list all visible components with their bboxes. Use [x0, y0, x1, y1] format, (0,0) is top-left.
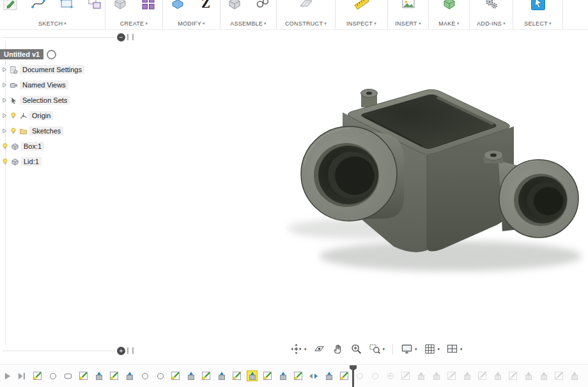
press-pull-icon[interactable]: [170, 0, 185, 11]
timeline-feature-rect[interactable]: [63, 370, 74, 381]
look-at-icon: [313, 343, 325, 355]
timeline-end-icon[interactable]: [17, 371, 27, 381]
expand-caret-icon[interactable]: [1, 82, 8, 88]
menu-construct[interactable]: CONSTRUCT▾: [277, 20, 335, 27]
zoom-icon: [350, 343, 362, 355]
construction-plane-icon[interactable]: [298, 0, 314, 11]
timeline-feature-mirror[interactable]: [308, 370, 319, 381]
chevron-down-icon: ▾: [203, 21, 205, 26]
timeline-feature-circle: [369, 370, 380, 381]
print-3d-icon[interactable]: [442, 0, 457, 11]
named-views-icon: [10, 81, 18, 89]
timeline-feature-extrude[interactable]: [216, 370, 227, 381]
chevron-down-icon: ▾: [383, 347, 385, 352]
zebra-z-icon[interactable]: Z: [198, 0, 213, 11]
timeline-feature-sketch: [446, 370, 457, 381]
divider: [3, 37, 115, 38]
pan-button[interactable]: [330, 342, 345, 356]
browser-item-origin[interactable]: Origin: [1, 108, 84, 123]
pan-icon: [332, 343, 344, 355]
browser-item-sketches[interactable]: Sketches: [1, 123, 84, 139]
create-sketch-icon[interactable]: [3, 0, 18, 11]
timeline-feature-extrude[interactable]: [323, 370, 334, 381]
expand-caret-icon[interactable]: [1, 112, 8, 119]
create-form-icon[interactable]: [112, 0, 128, 11]
timeline-feature-sketch[interactable]: [293, 370, 304, 381]
look-at-button[interactable]: [312, 342, 327, 356]
browser-item-selection-sets[interactable]: Selection Sets: [1, 93, 84, 108]
display-settings-button[interactable]: ▾: [399, 342, 419, 356]
insert-image-icon[interactable]: [401, 0, 416, 11]
drag-grip-icon[interactable]: [127, 347, 134, 354]
timeline-feature-sketch[interactable]: [109, 370, 120, 381]
browser-item-named-views[interactable]: Named Views: [1, 77, 84, 93]
visibility-bulb-icon[interactable]: [10, 112, 17, 119]
drag-grip-icon[interactable]: [127, 34, 134, 40]
collapse-circle-button[interactable]: −: [117, 33, 125, 42]
menu-inspect[interactable]: INSPECT▾: [336, 20, 387, 27]
timeline-feature-sketch[interactable]: [78, 370, 89, 381]
timeline-feature-extrude[interactable]: [124, 370, 135, 381]
zoom-window-button[interactable]: ▾: [368, 342, 387, 356]
timeline-playhead[interactable]: [349, 365, 357, 387]
viewport-canvas[interactable]: − Untitled v1 Document SettingsNamed Vie…: [0, 29, 588, 364]
divider: [3, 351, 115, 351]
timeline-feature-sketch[interactable]: [201, 370, 212, 381]
root-component-label[interactable]: Untitled v1: [0, 49, 43, 59]
body-icon: [11, 158, 19, 166]
model-3d[interactable]: [0, 29, 588, 364]
timeline-feature-extrude[interactable]: [93, 370, 104, 381]
timeline-play-icon[interactable]: [3, 371, 13, 381]
timeline-feature-sketch[interactable]: [32, 370, 43, 381]
timeline-feature-circle[interactable]: [139, 370, 150, 381]
expand-circle-button[interactable]: +: [117, 347, 125, 355]
activate-component-radio-icon[interactable]: [47, 50, 56, 59]
timeline-feature-extrude[interactable]: [247, 370, 258, 381]
timeline-feature-sketch[interactable]: [262, 370, 273, 381]
create-pattern-icon[interactable]: [141, 0, 156, 11]
extrude-feature-icon: [217, 372, 226, 380]
expand-caret-icon[interactable]: [1, 66, 8, 73]
visibility-bulb-icon[interactable]: [1, 142, 9, 150]
select-cursor-icon[interactable]: [530, 0, 546, 11]
sketch-project-icon[interactable]: [87, 0, 102, 11]
timeline-feature-extrude[interactable]: [277, 370, 288, 381]
menu-assemble[interactable]: ASSEMBLE▾: [220, 20, 276, 27]
timeline-feature-circle[interactable]: [47, 370, 58, 381]
timeline-feature-extrude[interactable]: [185, 370, 196, 381]
visibility-bulb-icon[interactable]: [1, 158, 9, 165]
zoom-button[interactable]: [349, 342, 364, 356]
divider: [392, 344, 393, 354]
timeline-feature-sketch[interactable]: [231, 370, 242, 381]
menu-add-ins[interactable]: ADD-INS▾: [470, 20, 513, 27]
scripts-addins-icon[interactable]: [484, 0, 499, 11]
orbit-button[interactable]: ▾: [289, 342, 308, 356]
menu-create[interactable]: CREATE▾: [105, 20, 162, 27]
visibility-bulb-icon[interactable]: [10, 127, 17, 135]
expand-caret-icon[interactable]: [1, 128, 8, 134]
menu-select[interactable]: SELECT▾: [513, 20, 562, 27]
expand-caret-icon[interactable]: [1, 97, 8, 103]
measure-icon[interactable]: [354, 0, 369, 11]
browser-item-lid-1[interactable]: Lid:1: [1, 154, 84, 169]
timeline-feature-sketch[interactable]: [339, 370, 350, 381]
grid-snaps-button[interactable]: ▾: [422, 342, 442, 356]
browser-item-box-1[interactable]: Box:1: [1, 139, 84, 154]
timeline: [0, 364, 588, 387]
timeline-feature-sketch: [507, 370, 518, 381]
toolbar-group-modify: ZMODIFY▾: [163, 0, 220, 29]
menu-sketch[interactable]: SKETCH▾: [0, 20, 105, 27]
sketch-rectangle-icon[interactable]: [59, 0, 74, 11]
menu-insert[interactable]: INSERT▾: [388, 20, 428, 27]
timeline-feature-extrude: [523, 370, 534, 381]
menu-make[interactable]: MAKE▾: [429, 20, 469, 27]
browser-item-document-settings[interactable]: Document Settings: [1, 62, 84, 77]
timeline-feature-sketch[interactable]: [170, 370, 181, 381]
joint-icon[interactable]: [255, 0, 270, 11]
browser-root-row: Untitled v1: [0, 49, 56, 59]
timeline-feature-circle[interactable]: [155, 370, 166, 381]
new-component-icon[interactable]: [227, 0, 242, 11]
sketch-spline-icon[interactable]: [31, 0, 46, 11]
menu-modify[interactable]: MODIFY▾: [163, 20, 220, 27]
viewports-button[interactable]: ▾: [445, 342, 464, 356]
